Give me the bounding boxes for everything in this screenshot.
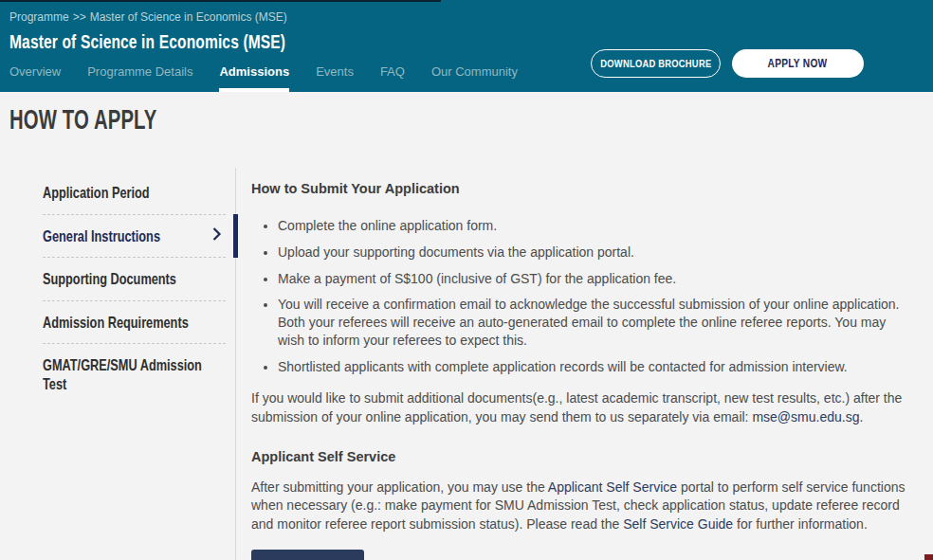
tab-overview[interactable]: Overview (9, 64, 61, 92)
email-link[interactable]: mse@smu.edu.sg (752, 409, 859, 425)
apply-now-button[interactable]: Apply Now (251, 550, 364, 560)
main-content: How to Submit Your Application Complete … (236, 168, 933, 560)
page: Programme>>Master of Science in Economic… (0, 0, 933, 560)
applicant-self-service-link[interactable]: Applicant Self Service (548, 479, 677, 495)
list-item: Complete the online application form. (278, 217, 914, 235)
header: Programme>>Master of Science in Economic… (0, 0, 933, 92)
section-heading-submit-application: How to Submit Your Application (251, 181, 914, 196)
breadcrumb-programme[interactable]: Programme (9, 10, 69, 24)
application-steps-list: Complete the online application form. Up… (251, 217, 914, 375)
self-service-guide-link[interactable]: Self Service Guide (623, 516, 733, 532)
sidebar-item-label: General Instructions (43, 227, 221, 246)
self-service-paragraph: After submitting your application, you m… (251, 479, 914, 533)
columns: Application Period General Instructions … (0, 168, 933, 560)
list-item: Make a payment of S$100 (inclusive of GS… (278, 270, 914, 288)
sidebar-item-label: Admission Requirements (43, 314, 221, 333)
top-strip (0, 0, 441, 2)
sidebar: Application Period General Instructions … (0, 168, 236, 560)
paragraph-text: . (859, 409, 863, 425)
tab-our-community[interactable]: Our Community (431, 64, 518, 92)
download-brochure-button[interactable]: DOWNLOAD BROCHURE (591, 49, 721, 78)
programme-title: Master of Science in Economics (MSE) (9, 30, 382, 53)
paragraph-text: After submitting your application, you m… (251, 479, 548, 495)
list-item: You will receive a confirmation email to… (278, 296, 914, 349)
breadcrumb: Programme>>Master of Science in Economic… (9, 10, 287, 24)
sidebar-item-label: GMAT/GRE/SMU Admission Test (43, 356, 221, 393)
breadcrumb-separator: >> (73, 10, 86, 24)
paragraph-text: for further information. (733, 516, 868, 532)
sidebar-item-label: Application Period (43, 184, 221, 203)
header-actions: DOWNLOAD BROCHURE APPLY NOW (591, 49, 864, 78)
additional-documents-paragraph: If you would like to submit additional d… (251, 389, 914, 426)
sidebar-item-gmat-gre-smu-admission-test[interactable]: GMAT/GRE/SMU Admission Test (43, 344, 226, 405)
sidebar-item-application-period[interactable]: Application Period (43, 172, 226, 215)
sidebar-item-general-instructions[interactable]: General Instructions (43, 215, 226, 259)
sidebar-item-label: Supporting Documents (43, 270, 221, 289)
apply-now-header-button[interactable]: APPLY NOW (732, 49, 864, 78)
tab-events[interactable]: Events (316, 64, 354, 92)
sidebar-item-supporting-documents[interactable]: Supporting Documents (43, 258, 226, 301)
chevron-right-icon (211, 226, 222, 244)
tab-faq[interactable]: FAQ (380, 64, 405, 92)
tab-programme-details[interactable]: Programme Details (87, 64, 192, 92)
sidebar-item-admission-requirements[interactable]: Admission Requirements (43, 301, 226, 345)
corner-widget[interactable] (924, 554, 933, 560)
list-item: Upload your supporting documents via the… (278, 244, 914, 262)
main-area: HOW TO APPLY Application Period General … (0, 104, 933, 560)
page-title: HOW TO APPLY (9, 104, 933, 135)
list-item: Shortlisted applicants with complete app… (278, 358, 914, 376)
breadcrumb-current[interactable]: Master of Science in Economics (MSE) (90, 10, 287, 24)
section-heading-self-service: Applicant Self Service (251, 449, 914, 464)
tab-admissions[interactable]: Admissions (219, 64, 289, 92)
tab-bar: Overview Programme Details Admissions Ev… (9, 64, 518, 92)
